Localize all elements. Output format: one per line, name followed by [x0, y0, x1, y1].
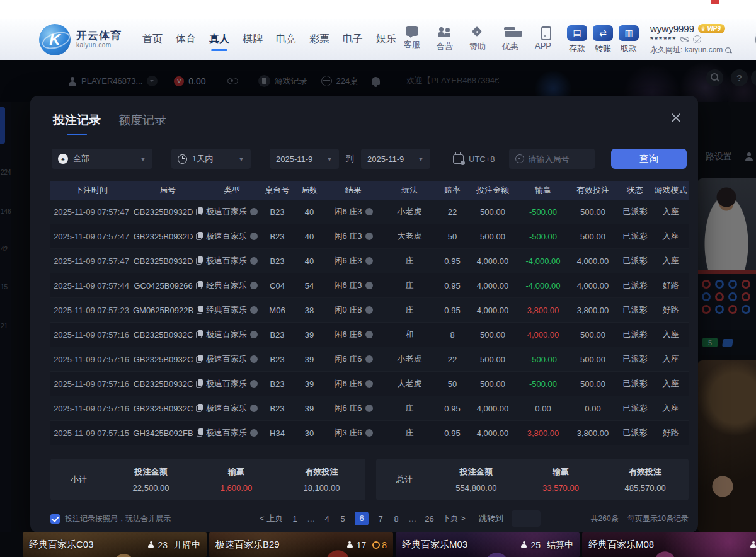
brand-logo[interactable]: 开云体育 kaiyun.com — [39, 24, 122, 55]
copy-icon[interactable] — [196, 405, 202, 412]
merge-checkbox[interactable] — [50, 514, 60, 524]
copy-icon[interactable] — [196, 209, 202, 215]
timezone-group[interactable]: UTC+8 — [453, 154, 495, 164]
copy-icon[interactable] — [196, 258, 202, 265]
nav-item[interactable]: 棋牌 — [238, 26, 267, 52]
status-cell: 已派彩 — [617, 427, 653, 439]
quick-link[interactable]: 客服 — [401, 26, 423, 52]
info-icon — [250, 355, 258, 363]
bet-amount-cell-text: 500.00 — [480, 379, 505, 389]
table-status: 结算中 — [547, 539, 573, 551]
live-table-card[interactable]: 经典百家乐C0323开牌中 — [23, 532, 207, 557]
copy-icon[interactable] — [197, 430, 202, 437]
tab-quota-records[interactable]: 额度记录 — [118, 112, 166, 129]
time-range-select[interactable]: 1天内 ▼ — [171, 149, 251, 169]
round-count-cell: 38 — [294, 306, 325, 315]
page-button[interactable]: 6 — [355, 512, 369, 525]
jump-label: 跳转到 — [479, 513, 503, 524]
total-winloss: 输赢 33,570.00 — [542, 466, 579, 493]
page-button[interactable]: 4 — [323, 514, 331, 524]
bet-amount-cell-text: 500.00 — [480, 232, 505, 241]
page-button[interactable]: 7 — [377, 514, 384, 524]
info-icon — [250, 233, 258, 240]
subtotal-winloss: 输赢 1,600.00 — [220, 466, 253, 493]
bet-time-cell-text: 2025-11-09 07:57:16 — [54, 355, 129, 364]
jump-input[interactable] — [512, 510, 541, 527]
quick-link-label: 赞助 — [469, 41, 486, 52]
winloss-cell: -4,000.00 — [518, 256, 568, 266]
next-page-button[interactable]: 下页 > — [442, 513, 466, 524]
wallet-action[interactable]: ▤存款 — [567, 25, 587, 54]
magnifier-icon[interactable] — [724, 47, 732, 54]
copy-icon[interactable] — [196, 282, 202, 289]
nav-item[interactable]: 首页 — [138, 26, 167, 52]
main-nav: 首页体育真人棋牌电竞彩票电子娱乐 — [138, 26, 401, 52]
page-button[interactable]: 26 — [425, 514, 433, 524]
copy-icon[interactable] — [196, 356, 202, 363]
nav-item[interactable]: 体育 — [171, 26, 200, 52]
tab-bet-records[interactable]: 投注记录 — [53, 112, 101, 129]
table-row: 2025-11-09 07:57:47GB2325B0932D极速百家乐B234… — [50, 249, 689, 273]
round-input[interactable] — [529, 154, 588, 164]
search-button[interactable]: 查询 — [611, 149, 687, 169]
round-id-cell-text: GB2325B0932C — [134, 379, 193, 389]
winloss-cell-text: -4,000.00 — [526, 256, 561, 266]
page-size-note: 每页显示10条记录 — [627, 514, 689, 524]
table-no-cell-text: B23 — [270, 256, 284, 266]
live-table-card[interactable]: 经典百家乐M0325结算中 — [396, 532, 580, 557]
page-button[interactable]: 8 — [392, 514, 400, 524]
refresh-balance-icon[interactable] — [693, 35, 701, 43]
status-cell: 已派彩 — [617, 255, 653, 267]
close-icon[interactable] — [669, 111, 683, 125]
quick-link[interactable]: 赞助 — [466, 26, 489, 52]
date-from-select[interactable]: 2025-11-9 ▼ — [270, 149, 339, 169]
date-to-select[interactable]: 2025-11-9 ▼ — [361, 149, 430, 169]
page-ellipsis: … — [307, 514, 315, 524]
copy-icon[interactable] — [196, 233, 202, 240]
odds-cell-text: 0.95 — [444, 428, 460, 438]
live-table-name: 经典百家乐C03 — [29, 539, 94, 551]
result-cell: 闲6 庄6 — [325, 378, 382, 389]
live-table-card[interactable]: 极速百家乐B29178 — [209, 532, 393, 557]
nav-item[interactable]: 娱乐 — [372, 26, 401, 52]
game-type-cell: 经典百家乐 — [203, 280, 261, 291]
bet-amount-cell-text: 500.00 — [480, 330, 505, 340]
odds-cell-text: 0.95 — [444, 281, 460, 290]
quick-link[interactable]: 优惠 — [499, 26, 522, 52]
person-icon — [520, 541, 527, 548]
player-count-value: 25 — [530, 540, 541, 550]
bet-time-cell: 2025-11-09 07:57:16 — [50, 379, 132, 389]
wallet-actions: ▤存款⇄转账▥取款 — [567, 25, 639, 54]
nav-item[interactable]: 电竞 — [272, 26, 301, 52]
game-type-select[interactable]: 全部 ▼ — [52, 149, 152, 169]
page-button[interactable]: 1 — [291, 514, 299, 524]
vip-badge: ♛VIP9 — [698, 24, 725, 33]
eye-off-icon[interactable] — [680, 37, 689, 42]
prev-page-button[interactable]: < 上页 — [260, 513, 283, 524]
game-mode-cell: 好路 — [653, 304, 689, 316]
wallet-action[interactable]: ▥取款 — [619, 25, 639, 54]
copy-icon[interactable] — [197, 307, 202, 314]
table-no-cell-text: M06 — [269, 306, 285, 315]
nav-item[interactable]: 电子 — [338, 26, 367, 52]
time-range-value: 1天内 — [192, 153, 213, 164]
winloss-cell-text: -500.00 — [529, 355, 557, 364]
table-no-cell-text: B23 — [270, 232, 284, 241]
bet-amount-cell-text: 4,000.00 — [477, 428, 509, 438]
play-type-cell: 和 — [382, 329, 437, 340]
nav-item[interactable]: 彩票 — [305, 26, 334, 52]
wallet-action[interactable]: ⇄转账 — [593, 25, 613, 54]
status-cell: 已派彩 — [617, 304, 653, 316]
copy-icon[interactable] — [196, 381, 202, 388]
bet-amount-cell: 500.00 — [467, 207, 518, 217]
round-search-field — [509, 149, 595, 169]
round-id-cell: GB2325B0932C — [132, 379, 203, 389]
live-table-card[interactable]: 经典百家乐M08 — [582, 532, 756, 557]
chat-icon — [406, 26, 418, 36]
round-id-cell-text: GB2325B0932D — [134, 256, 193, 266]
page-button[interactable]: 5 — [339, 514, 346, 524]
nav-item[interactable]: 真人 — [205, 26, 234, 52]
quick-link[interactable]: APP — [532, 26, 554, 52]
quick-link[interactable]: 合营 — [433, 26, 456, 52]
copy-icon[interactable] — [196, 331, 202, 338]
